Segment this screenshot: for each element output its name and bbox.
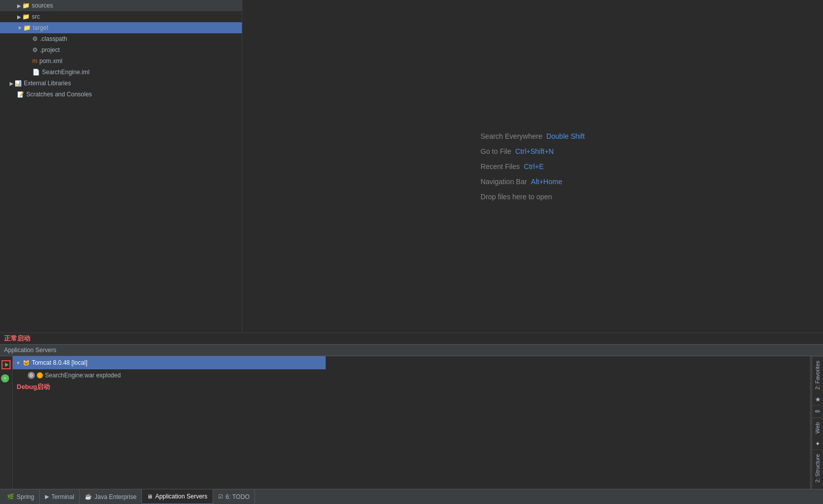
structure-label: 2: Structure (814, 454, 820, 483)
pencil-button[interactable]: ✏ (812, 406, 823, 418)
tree-label: src (32, 13, 40, 20)
libraries-icon: 📊 (15, 80, 22, 87)
far-left-strip: + (0, 356, 13, 489)
artifact-status-icon: ! (37, 372, 43, 378)
status-label-row: 正常启动 (0, 333, 823, 344)
tree-label: External Libraries (24, 80, 71, 87)
panel-main: + ▼ 🐱 Tomcat 8.0.48 [local] ⚙ ! SearchEn… (0, 356, 823, 489)
war-label: SearchEngine:war exploded (45, 372, 121, 379)
tab-appservers[interactable]: 🖥 Application Servers (142, 489, 213, 505)
tree-label: Scratches and Consoles (26, 91, 92, 98)
web-label: Web (814, 422, 820, 433)
server-tree-item-tomcat[interactable]: ▼ 🐱 Tomcat 8.0.48 [local] (13, 356, 326, 369)
pencil-icon: ✏ (815, 408, 820, 415)
favorites-tab[interactable]: 2: Favorites (812, 356, 823, 394)
tab-terminal-label: Terminal (52, 493, 74, 500)
tomcat-icon: 🐱 (23, 360, 30, 366)
tree-item-target[interactable]: ▼ 📁 target (0, 22, 242, 33)
iml-icon: 📄 (32, 69, 40, 76)
tree-label: .classpath (40, 35, 67, 42)
tab-javaee-label: Java Enterprise (94, 493, 136, 500)
bottom-panel: 正常启动 Application Servers + (0, 332, 823, 504)
shortcut-key: Ctrl+E (524, 162, 544, 171)
star-button[interactable]: ★ (812, 394, 823, 406)
shortcut-label: Go to File (481, 147, 511, 155)
project-icon: ⚙ (32, 46, 38, 53)
arrow-icon: ▶ (10, 81, 14, 86)
shortcut-label: Navigation Bar (481, 178, 527, 186)
shortcut-row-recent: Recent Files Ctrl+E (481, 162, 585, 171)
todo-icon: ☑ (218, 493, 223, 500)
terminal-icon: ▶ (45, 493, 49, 500)
tab-appservers-label: Application Servers (155, 493, 207, 500)
shortcut-row-search: Search Everywhere Double Shift (481, 132, 585, 140)
tab-todo[interactable]: ☑ 6: TODO (213, 489, 255, 505)
tree-item-pomxml[interactable]: m pom.xml (0, 55, 242, 67)
shortcut-row-goto: Go to File Ctrl+Shift+N (481, 147, 585, 155)
drop-files-label: Drop files here to open (481, 193, 552, 201)
play-button[interactable] (1, 358, 12, 371)
tab-spring-label: Spring (17, 493, 34, 500)
folder-icon: 📁 (23, 24, 31, 31)
content-area: Search Everywhere Double Shift Go to Fil… (242, 0, 823, 332)
shortcut-label: Recent Files (481, 162, 520, 171)
shortcut-label: Search Everywhere (481, 132, 542, 140)
server-list-container: ▼ 🐱 Tomcat 8.0.48 [local] ⚙ ! SearchEngi… (13, 356, 810, 489)
tomcat-label: Tomcat 8.0.48 [local] (32, 359, 87, 366)
tree-item-scratches[interactable]: 📝 Scratches and Consoles (0, 89, 242, 100)
shortcut-key: Double Shift (546, 132, 585, 140)
tree-item-extlib[interactable]: ▶ 📊 External Libraries (0, 78, 242, 89)
debug-text: Debug启动 (13, 381, 810, 393)
spring-icon: 🌿 (7, 493, 14, 500)
vertical-tab-group: + (0, 356, 12, 384)
tree-item-iml[interactable]: 📄 SearchEngine.iml (0, 67, 242, 78)
scratches-icon: 📝 (17, 91, 24, 98)
tab-terminal[interactable]: ▶ Terminal (40, 489, 80, 505)
tab-todo-label: 6: TODO (226, 493, 250, 500)
classpath-icon: ⚙ (32, 35, 38, 42)
shortcuts-panel: Search Everywhere Double Shift Go to Fil… (481, 132, 585, 201)
shortcut-row-drop: Drop files here to open (481, 193, 585, 201)
tree-item-sources[interactable]: ▶ 📁 sources (0, 0, 242, 11)
tree-label: pom.xml (39, 58, 62, 65)
tree-label: SearchEngine.iml (42, 69, 89, 76)
javaee-icon: ☕ (85, 493, 92, 500)
tab-javaee[interactable]: ☕ Java Enterprise (80, 489, 142, 505)
app-servers-title: Application Servers (4, 347, 56, 354)
artifact-icon: ⚙ (28, 372, 35, 379)
right-sidebar-strip: 2: Favorites ★ ✏ Web ✦ 2: Structure (812, 356, 823, 489)
star-icon: ★ (815, 396, 821, 403)
folder-icon: 📁 (22, 2, 30, 9)
zhengchang-status: 正常启动 (4, 334, 30, 343)
tomcat-expand-arrow: ▼ (16, 360, 21, 366)
appservers-icon: 🖥 (147, 493, 152, 499)
shortcut-row-navbar: Navigation Bar Alt+Home (481, 178, 585, 186)
tree-label: target (33, 24, 48, 31)
arrow-icon: ▼ (17, 25, 22, 31)
structure-tab[interactable]: 2: Structure (812, 450, 823, 487)
shortcut-key: Alt+Home (531, 178, 562, 186)
arrow-icon: ▶ (17, 14, 21, 20)
server-tree-item-war[interactable]: ⚙ ! SearchEngine:war exploded (13, 369, 810, 381)
bottom-tabs: 🌿 Spring ▶ Terminal ☕ Java Enterprise 🖥 … (0, 489, 823, 504)
app-servers-header: Application Servers (0, 344, 823, 356)
tree-item-classpath[interactable]: ⚙ .classpath (0, 33, 242, 44)
arrow-icon: ▶ (17, 3, 21, 9)
tree-label: .project (40, 46, 60, 53)
tab-spring[interactable]: 🌿 Spring (2, 489, 40, 505)
shortcut-key: Ctrl+Shift+N (515, 147, 553, 155)
xml-icon: m (32, 58, 37, 65)
web-tab[interactable]: Web (812, 418, 823, 437)
tree-label: sources (32, 2, 53, 9)
main-area: ▶ 📁 sources ▶ 📁 src ▼ 📁 target ⚙ .classp… (0, 0, 823, 332)
tree-item-src[interactable]: ▶ 📁 src (0, 11, 242, 22)
file-tree: ▶ 📁 sources ▶ 📁 src ▼ 📁 target ⚙ .classp… (0, 0, 242, 332)
favorites-label: 2: Favorites (814, 361, 820, 389)
compass-icon: ✦ (815, 440, 820, 447)
green-debug-icon[interactable]: + (1, 374, 9, 382)
tree-item-project[interactable]: ⚙ .project (0, 44, 242, 55)
compass-button[interactable]: ✦ (812, 438, 823, 450)
folder-icon: 📁 (22, 13, 30, 20)
debug-button[interactable]: + (1, 372, 12, 384)
